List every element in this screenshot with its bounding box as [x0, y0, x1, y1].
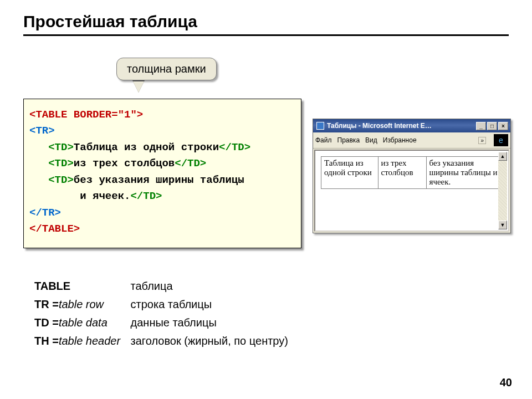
scroll-up-button[interactable]: ▲ — [498, 152, 507, 161]
code-token: без указания ширины таблицы — [74, 174, 244, 186]
def-tag: TD = — [34, 314, 59, 332]
def-tag: TR = — [34, 295, 59, 314]
browser-content: Таблица из одной строки из трех столбцов… — [314, 150, 509, 232]
code-token: </TABLE> — [29, 223, 80, 235]
code-token: из трех столбцов — [74, 157, 175, 170]
definition-row: TH = table header заголовок (жирный, по … — [34, 332, 288, 350]
scroll-down-button[interactable]: ▼ — [498, 221, 507, 229]
close-button[interactable]: × — [498, 122, 508, 130]
minimize-button[interactable]: _ — [476, 122, 486, 130]
def-english: table row — [59, 298, 104, 310]
code-token: </TD> — [175, 157, 206, 170]
table-cell: из трех столбцов — [378, 157, 426, 189]
title-rule — [23, 34, 509, 36]
code-token: <TD> — [48, 141, 74, 154]
def-tag: TABLE — [34, 277, 70, 295]
maximize-button[interactable]: □ — [487, 122, 497, 130]
definition-row: TABLE таблица — [34, 277, 288, 295]
def-english: table header — [59, 335, 120, 347]
code-token: и ячеек. — [80, 190, 130, 202]
menu-file[interactable]: Файл — [315, 136, 332, 144]
callout-tail — [133, 81, 144, 93]
def-tag: TH = — [34, 332, 59, 350]
definition-row: TD = table data данные таблицы — [34, 314, 288, 332]
code-token: </TD> — [130, 190, 162, 202]
definitions-list: TABLE таблица TR = table row строка табл… — [34, 277, 288, 350]
ie-logo-icon: e — [494, 134, 508, 146]
code-token: BORDER="1" — [67, 109, 136, 121]
browser-title: Таблицы - Microsoft Internet E… — [327, 122, 432, 130]
browser-window: Таблицы - Microsoft Internet E… _ □ × Фа… — [313, 119, 511, 233]
code-example: <TABLE BORDER="1"> <TR> <TD>Таблица из о… — [23, 99, 301, 248]
code-token: <TR> — [29, 125, 55, 137]
ie-icon — [316, 122, 324, 130]
def-desc: данные таблицы — [131, 314, 217, 332]
callout-bubble: толщина рамки — [116, 58, 217, 80]
code-token: <TABLE — [29, 109, 67, 121]
code-token: Таблица из одной строки — [74, 141, 219, 154]
table-cell: без указания ширины таблицы и ячеек. — [426, 157, 502, 189]
def-desc: строка таблицы — [131, 295, 212, 314]
def-desc: заголовок (жирный, по центру) — [131, 332, 288, 350]
slide-title: Простейшая таблица — [23, 12, 509, 31]
menu-view[interactable]: Вид — [365, 136, 377, 144]
definition-row: TR = table row строка таблицы — [34, 295, 288, 314]
code-token: </TD> — [219, 141, 250, 154]
table-row: Таблица из одной строки из трех столбцов… — [321, 157, 503, 189]
menu-edit[interactable]: Правка — [337, 136, 360, 144]
browser-menubar: Файл Правка Вид Избранное » e — [313, 132, 510, 149]
def-english: table data — [59, 316, 108, 329]
menu-favorites[interactable]: Избранное — [383, 136, 417, 144]
code-token: <TD> — [48, 157, 74, 170]
vertical-scrollbar[interactable]: ▲ ▼ — [498, 152, 507, 229]
code-token: <TD> — [48, 174, 74, 186]
scroll-track[interactable] — [498, 161, 507, 221]
code-token: </TR> — [29, 207, 61, 219]
code-token: > — [137, 109, 143, 121]
table-cell: Таблица из одной строки — [321, 157, 378, 189]
browser-titlebar: Таблицы - Microsoft Internet E… _ □ × — [313, 119, 510, 132]
menu-overflow[interactable]: » — [478, 137, 486, 144]
page-number: 40 — [500, 376, 512, 389]
rendered-table: Таблица из одной строки из трех столбцов… — [321, 156, 503, 189]
def-desc: таблица — [131, 277, 173, 295]
